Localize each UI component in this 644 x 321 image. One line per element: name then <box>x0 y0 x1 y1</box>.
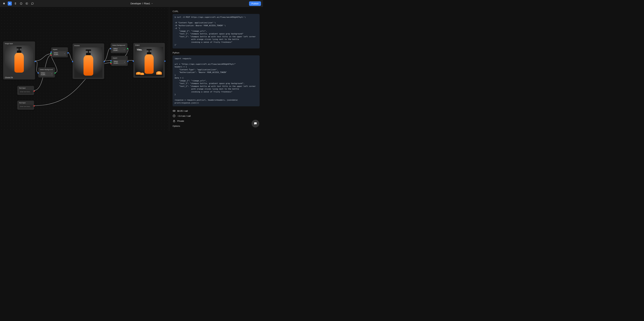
publish-button[interactable]: Publish <box>249 1 261 6</box>
meta-cost: $0.05 / call <box>172 109 260 112</box>
output-port[interactable] <box>68 52 68 54</box>
input-port-text[interactable] <box>50 54 52 56</box>
side-panel: CURL $ curl -X POST https://api.supercra… <box>169 7 263 131</box>
trash-icon[interactable] <box>14 2 18 6</box>
node-inpaint-1[interactable]: Inpaint Select model... <box>51 47 68 57</box>
chat-icon[interactable] <box>30 2 34 6</box>
chevron-down-icon <box>124 49 125 50</box>
output-port[interactable] <box>34 105 35 106</box>
node-title: Output <box>135 44 163 46</box>
node-title: Inpaint <box>113 57 126 59</box>
chevron-down-icon <box>151 2 153 4</box>
meta-privacy: Private <box>172 120 260 122</box>
breadcrumb-flow: Flow1 <box>144 2 150 5</box>
node-title: Detect Background <box>112 44 126 46</box>
output-port[interactable] <box>54 72 56 74</box>
input-port[interactable] <box>133 60 134 62</box>
input-port-mask[interactable] <box>110 62 112 63</box>
input-port[interactable] <box>38 72 39 74</box>
node-detect-bg-2[interactable]: Detect Background Select model... <box>111 43 128 53</box>
node-text-input-2[interactable]: Text Input <box>17 101 34 110</box>
output-port[interactable] <box>127 61 128 62</box>
curl-heading: CURL <box>172 10 260 12</box>
node-title: Text Input <box>19 102 32 104</box>
info-icon[interactable] <box>19 2 23 6</box>
node-title: Preview <box>74 45 102 46</box>
select-model-dropdown[interactable]: Select model... <box>113 60 126 64</box>
node-image-input[interactable]: Image Input Choose File <box>3 42 35 80</box>
choose-file-link[interactable]: Choose File <box>5 76 33 78</box>
home-icon[interactable] <box>2 2 6 6</box>
text-input-field[interactable] <box>19 105 33 108</box>
svg-point-3 <box>174 111 174 111</box>
node-title: Detect Background <box>40 69 53 70</box>
panel-toggle-icon[interactable] <box>25 2 29 6</box>
meta-latency: ~3.4 sec / call <box>172 114 260 118</box>
text-input-field[interactable] <box>19 90 33 94</box>
input-port[interactable] <box>72 61 73 62</box>
svg-rect-1 <box>26 3 28 4</box>
add-icon[interactable] <box>8 2 12 6</box>
node-title: Text Input <box>19 87 32 89</box>
curl-code-block[interactable]: $ curl -X POST https://api.supercraft.ai… <box>172 14 260 48</box>
node-detect-bg-1[interactable]: Detect Background Select model... <box>38 68 55 78</box>
topbar: Developer / Flow1 Publish <box>0 0 263 7</box>
output-port[interactable] <box>104 61 105 62</box>
node-output[interactable]: Output Vitto. <box>133 43 165 78</box>
output-brand-text: Vitto. <box>137 48 142 51</box>
node-title: Image Input <box>5 43 33 44</box>
chevron-down-icon <box>51 73 52 74</box>
chevron-down-icon <box>64 53 65 54</box>
node-preview[interactable]: Preview <box>72 44 104 79</box>
clock-icon <box>172 114 176 118</box>
select-model-dropdown[interactable]: Select model... <box>40 72 53 76</box>
output-port[interactable] <box>34 90 35 92</box>
options-heading: Options <box>172 125 260 127</box>
output-port[interactable] <box>164 60 166 62</box>
input-port[interactable] <box>110 48 111 49</box>
money-icon <box>172 109 176 112</box>
chat-bubble-button[interactable] <box>252 120 259 128</box>
select-model-dropdown[interactable]: Select model... <box>53 51 66 56</box>
breadcrumb-workspace: Developer <box>130 2 141 5</box>
lock-icon <box>172 120 176 122</box>
breadcrumb[interactable]: Developer / Flow1 <box>130 2 153 5</box>
svg-rect-2 <box>173 110 175 112</box>
input-port-image[interactable] <box>110 60 112 61</box>
python-code-block[interactable]: import requests url = "https://api.super… <box>172 55 260 106</box>
input-port-text[interactable] <box>110 63 112 64</box>
python-heading: Python <box>172 52 260 54</box>
svg-rect-5 <box>174 121 175 122</box>
chevron-down-icon <box>124 62 125 63</box>
chat-icon <box>254 122 257 126</box>
input-port-mask[interactable] <box>50 53 52 54</box>
node-title: Inpaint <box>53 49 66 50</box>
select-model-dropdown[interactable]: Select model... <box>112 47 126 52</box>
node-text-input-1[interactable]: Text Input <box>17 86 34 95</box>
output-port[interactable] <box>127 48 128 49</box>
canvas[interactable]: Image Input Choose File Inpaint Select m… <box>0 7 169 131</box>
node-inpaint-2[interactable]: Inpaint Select model... <box>111 56 128 66</box>
input-port-image[interactable] <box>50 52 52 53</box>
output-port[interactable] <box>34 61 36 62</box>
